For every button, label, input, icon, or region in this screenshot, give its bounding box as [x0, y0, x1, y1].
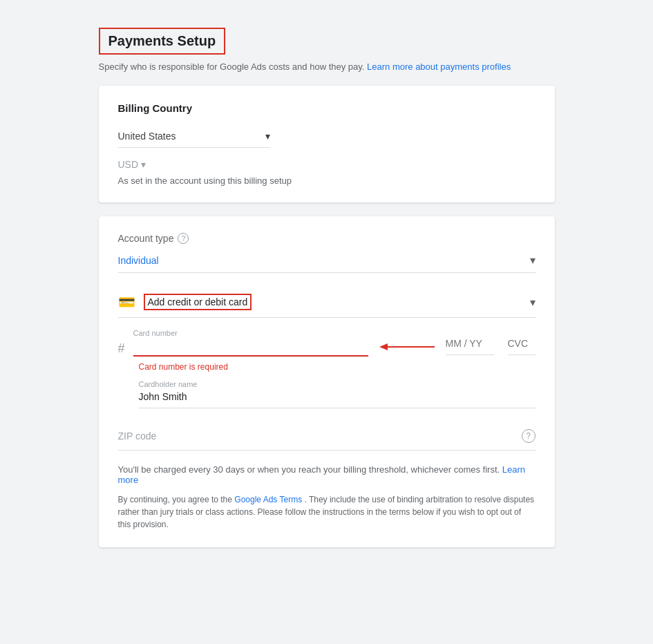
card-number-input-wrapper: Card number — [133, 329, 368, 355]
expiry-field — [446, 335, 494, 355]
zip-help-icon[interactable]: ? — [522, 429, 536, 443]
currency-note: As set in the account using this billing… — [118, 176, 536, 186]
billing-note-text: You'll be charged every 30 days or when … — [118, 464, 500, 475]
expiry-cvc-group — [446, 335, 536, 359]
account-type-dropdown-arrow: ▾ — [530, 254, 536, 267]
page-title: Payments Setup — [108, 33, 216, 49]
svg-marker-1 — [379, 343, 388, 350]
account-type-value: Individual — [118, 255, 159, 266]
expiry-input[interactable] — [446, 335, 494, 352]
card-number-row: # Card number — [118, 329, 536, 359]
account-type-label-row: Account type ? — [118, 233, 536, 244]
card-number-label: Card number — [133, 329, 368, 337]
cardholder-value: John Smith — [139, 391, 536, 408]
page-container: Payments Setup Specify who is responsibl… — [85, 14, 569, 575]
zip-row: ZIP code ? — [118, 422, 536, 451]
add-card-row[interactable]: 💳 Add credit or debit card ▾ — [118, 287, 536, 318]
card-fields: Card number — [133, 329, 536, 359]
zip-label: ZIP code — [118, 430, 157, 442]
page-title-box: Payments Setup — [99, 28, 226, 55]
google-ads-terms-link[interactable]: Google Ads Terms — [234, 495, 302, 504]
card-number-section: Card number — [133, 329, 368, 357]
add-card-label: Add credit or debit card — [144, 294, 252, 310]
country-dropdown[interactable]: United States ▾ — [118, 125, 270, 148]
red-arrow-annotation — [379, 340, 435, 354]
country-value: United States — [118, 131, 176, 142]
account-type-help-icon[interactable]: ? — [178, 233, 189, 244]
card-number-input[interactable] — [133, 339, 368, 355]
cvc-input[interactable] — [508, 335, 536, 352]
learn-more-link[interactable]: Learn more about payments profiles — [367, 61, 511, 72]
currency-note-text: As set in the account using this billing… — [118, 176, 292, 186]
billing-country-card: Billing Country United States ▾ USD ▾ As… — [99, 86, 555, 202]
cardholder-section: Cardholder name John Smith — [139, 380, 536, 408]
account-type-label: Account type — [118, 233, 174, 244]
country-dropdown-arrow: ▾ — [265, 131, 270, 142]
currency-value: USD — [118, 159, 139, 170]
add-card-text-wrapper: Add credit or debit card ▾ — [144, 294, 536, 310]
currency-row: USD ▾ — [118, 159, 536, 170]
credit-card-icon: 💳 — [118, 294, 135, 310]
hash-icon: # — [118, 329, 125, 356]
cvc-field — [508, 335, 536, 355]
subtitle-text: Specify who is responsible for Google Ad… — [99, 61, 365, 72]
payment-card: Account type ? Individual ▾ 💳 Add credit… — [99, 216, 555, 547]
cardholder-label: Cardholder name — [139, 380, 536, 388]
account-type-dropdown[interactable]: Individual ▾ — [118, 249, 536, 273]
currency-dropdown-arrow: ▾ — [141, 159, 146, 170]
card-number-error: Card number is required — [139, 362, 536, 372]
page-subtitle: Specify who is responsible for Google Ad… — [99, 61, 555, 72]
terms-prefix: By continuing, you agree to the — [118, 495, 232, 504]
add-card-expand-arrow: ▾ — [530, 296, 536, 309]
billing-country-title: Billing Country — [118, 102, 536, 114]
terms-text: By continuing, you agree to the Google A… — [118, 493, 536, 531]
billing-note: You'll be charged every 30 days or when … — [118, 464, 536, 485]
